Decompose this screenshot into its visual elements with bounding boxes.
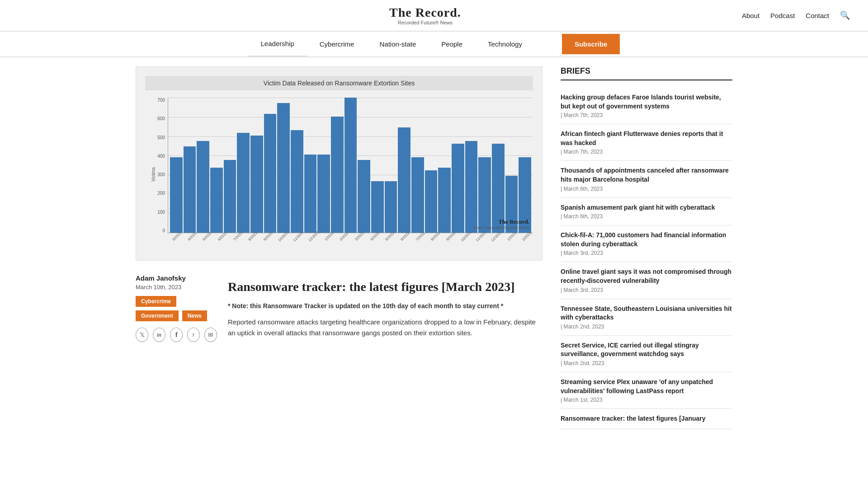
article-title: Ransomware tracker: the latest figures […: [228, 279, 542, 295]
header-nav: About Podcast Contact 🔍: [742, 10, 850, 20]
brief-date: | March 2nd, 2023: [561, 324, 732, 330]
brief-headline: Spanish amusement park giant hit with cy…: [561, 203, 732, 212]
brief-headline: Tennessee State, Southeastern Louisiana …: [561, 305, 732, 322]
bar: [304, 155, 317, 233]
site-logo: The Record. Recorded Future® News: [108, 5, 742, 25]
brief-item: Thousands of appointments canceled after…: [561, 161, 732, 197]
brief-item: Chick-fil-A: 71,000 customers had financ…: [561, 225, 732, 262]
bar: [197, 141, 209, 233]
brief-link[interactable]: Spanish amusement park giant hit with cy…: [561, 203, 732, 220]
chart-title: Victim Data Released on Ransomware Extor…: [145, 76, 533, 90]
brief-headline: African fintech giant Flutterwave denies…: [561, 130, 732, 147]
bar: [398, 127, 410, 233]
brief-link[interactable]: Online travel giant says it was not comp…: [561, 267, 732, 293]
bar: [291, 130, 303, 233]
y-axis-title: Victims: [151, 167, 156, 182]
brief-item: Ransomware tracker: the latest figures […: [561, 409, 732, 429]
chart-plot-area: The Record. From Recorded Future® News: [168, 98, 533, 233]
brief-date: | March 3rd, 2023: [561, 287, 732, 293]
main-navbar: Leadership Cybercrime Nation-state Peopl…: [0, 31, 868, 57]
linkedin-share-button[interactable]: in: [153, 328, 165, 342]
bars-container: [170, 98, 531, 233]
bar: [184, 146, 196, 233]
brief-item: African fintech giant Flutterwave denies…: [561, 124, 732, 161]
brief-link[interactable]: Secret Service, ICE carried out illegal …: [561, 341, 732, 366]
brief-date: | March 7th, 2023: [561, 149, 732, 155]
bar: [210, 168, 223, 233]
nav-nation-state[interactable]: Nation-state: [367, 32, 429, 56]
chart-container: Victim Data Released on Ransomware Extor…: [136, 66, 542, 261]
brief-date: | March 1st, 2023: [561, 397, 732, 403]
article-body: Reported ransomware attacks targeting he…: [228, 317, 542, 338]
social-icons: 𝕏 in f r ✉: [136, 328, 217, 342]
author-name: Adam Janofsky: [136, 274, 217, 282]
tag-government[interactable]: Government: [136, 310, 179, 321]
article-note: * Note: this Ransomware Tracker is updat…: [228, 302, 542, 310]
bar: [237, 133, 250, 233]
briefs-list: Hacking group defaces Faroe Islands tour…: [561, 88, 732, 429]
brief-date: | March 7th, 2023: [561, 112, 732, 118]
brief-item: Online travel giant says it was not comp…: [561, 262, 732, 299]
twitter-share-button[interactable]: 𝕏: [136, 328, 148, 342]
brief-date: | March 3rd, 2023: [561, 250, 732, 256]
brief-link[interactable]: Tennessee State, Southeastern Louisiana …: [561, 305, 732, 330]
bar: [250, 136, 263, 233]
article-meta: Adam Janofsky March 10th, 2023 Cybercrim…: [136, 274, 217, 342]
bar: [371, 181, 384, 233]
nav-podcast[interactable]: Podcast: [770, 12, 795, 19]
facebook-share-button[interactable]: f: [170, 328, 183, 342]
article-content: Ransomware tracker: the latest figures […: [228, 274, 542, 338]
brief-date: | March 6th, 2023: [561, 186, 732, 192]
brief-headline: Streaming service Plex unaware 'of any u…: [561, 378, 732, 395]
article-date: March 10th, 2023: [136, 284, 217, 291]
brief-link[interactable]: Thousands of appointments canceled after…: [561, 166, 732, 192]
nav-cybercrime[interactable]: Cybercrime: [307, 32, 367, 56]
reddit-share-button[interactable]: r: [187, 328, 200, 342]
brief-headline: Secret Service, ICE carried out illegal …: [561, 341, 732, 359]
tags: Cybercrime Government News: [136, 296, 217, 321]
x-labels: 3/20214/20215/20216/20217/20218/20219/20…: [168, 233, 533, 251]
brief-link[interactable]: Hacking group defaces Faroe Islands tour…: [561, 93, 732, 118]
brief-item: Spanish amusement park giant hit with cy…: [561, 198, 732, 226]
bar: [411, 157, 424, 233]
bar: [224, 160, 236, 233]
bar: [358, 160, 370, 233]
brief-headline: Ransomware tracker: the latest figures […: [561, 414, 732, 423]
tag-news[interactable]: News: [182, 310, 207, 321]
bar: [170, 157, 183, 233]
brief-link[interactable]: Ransomware tracker: the latest figures […: [561, 414, 732, 423]
bar: [438, 168, 451, 233]
brief-item: Tennessee State, Southeastern Louisiana …: [561, 299, 732, 336]
brief-link[interactable]: African fintech giant Flutterwave denies…: [561, 130, 732, 155]
brief-link[interactable]: Chick-fil-A: 71,000 customers had financ…: [561, 231, 732, 256]
brief-item: Streaming service Plex unaware 'of any u…: [561, 372, 732, 409]
brief-headline: Hacking group defaces Faroe Islands tour…: [561, 93, 732, 111]
nav-technology[interactable]: Technology: [475, 32, 535, 56]
brief-headline: Online travel giant says it was not comp…: [561, 267, 732, 285]
nav-about[interactable]: About: [742, 12, 760, 19]
email-share-button[interactable]: ✉: [204, 328, 217, 342]
nav-leadership[interactable]: Leadership: [248, 32, 307, 56]
subscribe-button[interactable]: Subscribe: [562, 34, 620, 54]
brief-date: | March 2nd, 2023: [561, 360, 732, 366]
bar: [425, 170, 438, 233]
bar: [331, 117, 344, 233]
nav-people[interactable]: People: [429, 32, 475, 56]
logo-text: The Record.: [108, 5, 742, 20]
bar: [385, 181, 397, 233]
brief-item: Hacking group defaces Faroe Islands tour…: [561, 88, 732, 124]
nav-contact[interactable]: Contact: [806, 12, 829, 19]
brief-headline: Thousands of appointments canceled after…: [561, 166, 732, 184]
brief-item: Secret Service, ICE carried out illegal …: [561, 336, 732, 372]
bar: [452, 144, 464, 233]
tag-cybercrime[interactable]: Cybercrime: [136, 296, 176, 307]
bar: [317, 155, 330, 233]
brief-date: | March 6th, 2023: [561, 213, 732, 220]
brief-link[interactable]: Streaming service Plex unaware 'of any u…: [561, 378, 732, 403]
bar: [264, 114, 277, 233]
brief-headline: Chick-fil-A: 71,000 customers had financ…: [561, 231, 732, 249]
search-button[interactable]: 🔍: [840, 10, 850, 20]
bar: [277, 103, 290, 233]
briefs-title: BRIEFS: [561, 66, 732, 80]
chart-watermark: The Record. From Recorded Future® News: [474, 218, 529, 230]
